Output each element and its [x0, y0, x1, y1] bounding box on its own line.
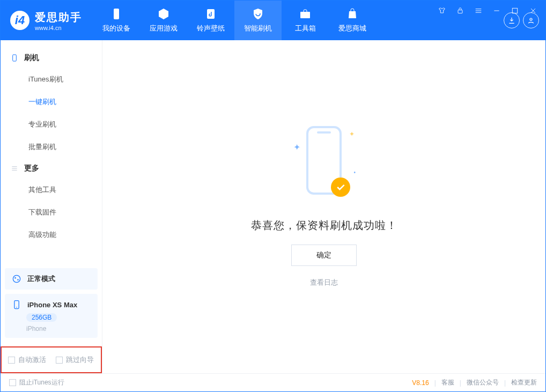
- nav-label: 铃声壁纸: [197, 24, 225, 33]
- device-card[interactable]: iPhone XS Max 256GB iPhone: [5, 294, 98, 338]
- svg-point-11: [16, 307, 17, 308]
- version-label: V8.16: [412, 379, 429, 387]
- main-content: ✦ ✦ • 恭喜您，保资料刷机成功啦！ 确定 查看日志: [102, 40, 545, 373]
- body: 刷机 iTunes刷机 一键刷机 专业刷机 批量刷机 更多 其他工具 下载固件 …: [1, 40, 545, 373]
- app-window: i4 爱思助手 www.i4.cn 我的设备 应用游戏 铃声壁纸 智能刷机: [0, 0, 546, 392]
- checkbox-label: 跳过向导: [66, 355, 94, 365]
- svg-rect-1: [512, 8, 517, 13]
- nav-label: 工具箱: [295, 24, 316, 33]
- nav-ringtones[interactable]: 铃声壁纸: [187, 1, 234, 40]
- sidebar-item-other-tools[interactable]: 其他工具: [1, 179, 102, 201]
- device-storage: 256GB: [26, 313, 57, 322]
- group-title: 刷机: [24, 53, 39, 63]
- sidebar-group-flash: 刷机: [1, 48, 102, 68]
- logo-icon: i4: [10, 11, 29, 30]
- list-icon: [10, 164, 19, 173]
- svg-point-8: [14, 277, 16, 279]
- mode-card[interactable]: 正常模式: [5, 268, 98, 290]
- svg-rect-2: [114, 9, 119, 19]
- svg-rect-4: [300, 12, 310, 18]
- mode-label: 正常模式: [27, 274, 55, 284]
- checkbox-block-itunes[interactable]: 阻止iTunes运行: [9, 378, 64, 387]
- sidebar-item-advanced[interactable]: 高级功能: [1, 224, 102, 246]
- minimize-icon[interactable]: [490, 4, 504, 18]
- window-controls-row: [435, 4, 540, 18]
- device-type: iPhone: [26, 325, 46, 332]
- svg-rect-0: [458, 10, 462, 13]
- sparkle-icon: ✦: [349, 130, 355, 138]
- device-phone-icon: [11, 299, 22, 310]
- statusbar-right: V8.16 | 客服 | 微信公众号 | 检查更新: [412, 378, 537, 387]
- sidebar-item-batch-flash[interactable]: 批量刷机: [1, 136, 102, 158]
- sidebar-bottom: 正常模式 iPhone XS Max 256GB iPhone: [1, 264, 102, 346]
- menu-icon[interactable]: [471, 4, 485, 18]
- nav-my-device[interactable]: 我的设备: [93, 1, 140, 40]
- nav-toolbox[interactable]: 工具箱: [282, 1, 329, 40]
- checkbox-icon: [9, 379, 16, 386]
- mode-icon: [11, 273, 22, 284]
- top-nav: 我的设备 应用游戏 铃声壁纸 智能刷机 工具箱 爱思商城: [93, 1, 376, 40]
- music-file-icon: [204, 8, 217, 20]
- nav-label: 智能刷机: [244, 24, 272, 33]
- sidebar-scroll: 刷机 iTunes刷机 一键刷机 专业刷机 批量刷机 更多 其他工具 下载固件 …: [1, 40, 102, 264]
- nav-smart-flash[interactable]: 智能刷机: [234, 1, 282, 40]
- status-link-update[interactable]: 检查更新: [511, 378, 537, 387]
- bag-icon: [346, 8, 359, 20]
- sidebar-item-pro-flash[interactable]: 专业刷机: [1, 113, 102, 136]
- sidebar-group-more: 更多: [1, 158, 102, 179]
- svg-point-5: [530, 18, 532, 20]
- sparkle-icon: •: [353, 169, 356, 175]
- briefcase-icon: [299, 8, 312, 20]
- highlighted-options-box: 自动激活 跳过向导: [1, 346, 102, 373]
- lock-icon[interactable]: [453, 4, 467, 18]
- app-name-cn: 爱思助手: [35, 10, 82, 25]
- logo: i4 爱思助手 www.i4.cn: [1, 1, 93, 40]
- svg-rect-3: [207, 9, 215, 19]
- view-log-link[interactable]: 查看日志: [310, 278, 338, 287]
- checkbox-icon: [8, 357, 15, 364]
- nav-label: 我的设备: [102, 24, 130, 33]
- checkbox-label: 阻止iTunes运行: [19, 378, 64, 387]
- logo-text: 爱思助手 www.i4.cn: [35, 10, 82, 31]
- sidebar: 刷机 iTunes刷机 一键刷机 专业刷机 批量刷机 更多 其他工具 下载固件 …: [1, 40, 102, 373]
- status-link-wechat[interactable]: 微信公众号: [467, 378, 499, 387]
- nav-store[interactable]: 爱思商城: [329, 1, 376, 40]
- group-title: 更多: [24, 164, 39, 173]
- svg-point-9: [17, 279, 19, 280]
- nav-label: 爱思商城: [338, 24, 366, 33]
- statusbar: 阻止iTunes运行 V8.16 | 客服 | 微信公众号 | 检查更新: [1, 373, 545, 391]
- nav-apps-games[interactable]: 应用游戏: [140, 1, 187, 40]
- device-name: iPhone XS Max: [27, 301, 77, 309]
- sparkle-icon: ✦: [293, 142, 300, 152]
- phone-small-icon: [10, 54, 19, 62]
- refresh-shield-icon: [252, 8, 264, 20]
- svg-rect-6: [13, 55, 17, 61]
- checkbox-skip-wizard[interactable]: 跳过向导: [56, 355, 94, 365]
- checkbox-auto-activate[interactable]: 自动激活: [8, 355, 46, 365]
- sidebar-item-oneclick-flash[interactable]: 一键刷机: [1, 91, 102, 113]
- checkbox-label: 自动激活: [18, 355, 46, 365]
- phone-icon: [110, 8, 123, 20]
- sidebar-item-download-firmware[interactable]: 下载固件: [1, 201, 102, 224]
- close-icon[interactable]: [526, 4, 540, 18]
- ok-button[interactable]: 确定: [291, 245, 357, 266]
- svg-point-7: [13, 275, 20, 282]
- maximize-icon[interactable]: [508, 4, 522, 18]
- tshirt-icon[interactable]: [435, 4, 449, 18]
- success-illustration: ✦ ✦ •: [294, 126, 353, 206]
- status-link-support[interactable]: 客服: [441, 378, 454, 387]
- app-name-en: www.i4.cn: [35, 25, 82, 31]
- success-message: 恭喜您，保资料刷机成功啦！: [251, 218, 397, 233]
- checkbox-icon: [56, 357, 63, 364]
- cube-icon: [157, 8, 170, 20]
- titlebar: i4 爱思助手 www.i4.cn 我的设备 应用游戏 铃声壁纸 智能刷机: [1, 1, 545, 40]
- sidebar-item-itunes-flash[interactable]: iTunes刷机: [1, 68, 102, 91]
- nav-label: 应用游戏: [150, 24, 178, 33]
- check-badge-icon: [331, 177, 350, 197]
